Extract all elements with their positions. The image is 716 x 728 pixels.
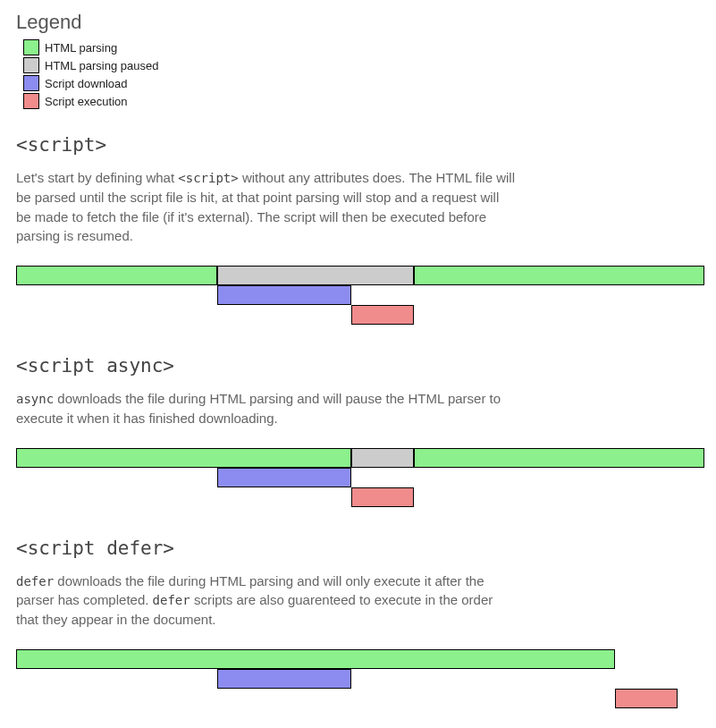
legend-item: HTML parsing (23, 39, 700, 55)
legend-label: HTML parsing paused (45, 59, 158, 72)
diagram-bar-download (217, 468, 351, 487)
inline-code: defer (16, 574, 54, 588)
inline-code: defer (153, 593, 190, 607)
section-heading: <script defer> (16, 538, 700, 559)
legend-swatch-execution (23, 93, 39, 109)
timing-diagram (16, 649, 704, 714)
body-text: Let's start by defining what (16, 170, 178, 185)
section-heading: <script async> (16, 355, 700, 377)
legend-swatch-download (23, 75, 39, 91)
legend-swatch-paused (23, 57, 39, 73)
timing-diagram (16, 266, 704, 330)
timing-diagram (16, 448, 704, 512)
diagram-bar-parsing (16, 649, 615, 669)
legend-item: Script execution (23, 93, 700, 109)
section-body: async downloads the file during HTML par… (16, 389, 517, 428)
diagram-bar-parsing (414, 448, 704, 468)
diagram-bar-parsing (414, 266, 704, 285)
legend-label: Script download (45, 77, 128, 90)
diagram-bar-execution (351, 305, 414, 325)
diagram-bar-download (217, 669, 351, 689)
diagram-bar-execution (351, 487, 414, 507)
legend-list: HTML parsingHTML parsing pausedScript do… (23, 39, 700, 109)
legend-item: Script download (23, 75, 700, 91)
legend-swatch-parsing (23, 39, 39, 55)
diagram-bar-parsing (16, 266, 217, 285)
section-heading: <script> (16, 134, 700, 156)
section-body: Let's start by defining what <script> wi… (16, 168, 517, 246)
diagram-bar-paused (351, 448, 414, 468)
inline-code: async (16, 392, 54, 406)
body-text: downloads the file during HTML parsing a… (16, 391, 501, 426)
inline-code: <script> (178, 171, 238, 185)
diagram-bar-paused (217, 266, 414, 285)
diagram-bar-download (217, 285, 351, 305)
legend-item: HTML parsing paused (23, 57, 700, 73)
section-body: defer downloads the file during HTML par… (16, 571, 517, 630)
legend-label: Script execution (45, 95, 128, 108)
diagram-bar-parsing (16, 448, 351, 468)
legend-label: HTML parsing (45, 41, 117, 55)
legend-title: Legend (16, 11, 700, 34)
diagram-bar-execution (615, 689, 678, 708)
